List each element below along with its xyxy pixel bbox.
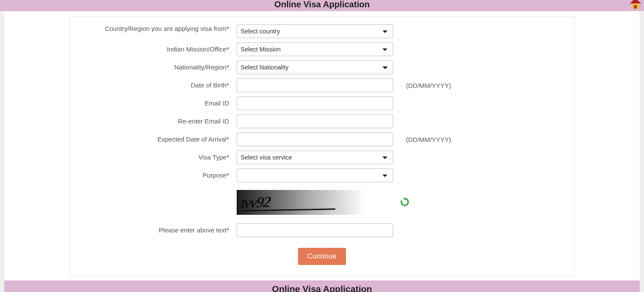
required-mark: * [226,25,229,32]
label-arrival: Expected Date of Arrival* [78,135,237,144]
row-dob: Date of Birth* (DD/MM/YYYY) [78,78,566,92]
row-mission: Indian Mission/Office* Select Mission [78,42,566,56]
required-mark: * [226,135,229,143]
label-country: Country/Region you are applying visa fro… [78,24,237,33]
row-email: Email ID [78,96,566,110]
label-purpose: Purpose* [78,171,237,180]
row-captcha-image: tvv92 [78,190,566,215]
purpose-select[interactable] [237,169,393,182]
captcha-image: tvv92 [237,190,365,215]
mission-select[interactable]: Select Mission [237,42,393,56]
arrival-input[interactable] [237,132,393,146]
refresh-captcha-icon[interactable] [400,197,410,208]
submit-row: Continue [78,248,566,265]
visa-form: Country/Region you are applying visa fro… [69,16,575,276]
row-visatype: Visa Type* Select visa service [78,151,566,164]
reemail-input[interactable] [237,114,393,128]
row-purpose: Purpose* [78,169,566,182]
label-email: Email ID [78,99,237,108]
captcha-text: tvv92 [240,193,271,212]
label-captcha: Please enter above text* [78,226,237,235]
svg-rect-2 [634,5,637,9]
captcha-input[interactable] [237,223,393,237]
dob-hint: (DD/MM/YYYY) [393,82,566,89]
visatype-select[interactable]: Select visa service [237,151,393,164]
country-select[interactable]: Select country [237,24,393,38]
form-card: Country/Region you are applying visa fro… [4,11,640,292]
label-mission: Indian Mission/Office* [78,45,237,54]
svg-marker-0 [630,0,641,3]
nationality-select[interactable]: Select Nationality [237,60,393,74]
row-country: Country/Region you are applying visa fro… [78,24,566,38]
label-dob: Date of Birth* [78,81,237,90]
dob-input[interactable] [237,78,393,92]
required-mark: * [226,226,229,234]
email-input[interactable] [237,96,393,110]
required-mark: * [226,63,229,71]
footer-bar: Online Visa Application [4,280,640,292]
page-title: Online Visa Application [274,0,370,9]
required-mark: * [226,172,229,179]
row-nationality: Nationality/Region* Select Nationality [78,60,566,74]
required-mark: * [226,154,229,161]
label-nationality: Nationality/Region* [78,63,237,72]
home-icon[interactable] [629,0,642,10]
required-mark: * [226,45,229,53]
label-visatype: Visa Type* [78,153,237,162]
header-bar: Online Visa Application [0,0,644,11]
footer-title: Online Visa Application [272,284,372,292]
row-arrival: Expected Date of Arrival* (DD/MM/YYYY) [78,132,566,146]
label-reemail: Re-enter Email ID [78,117,237,126]
continue-button[interactable]: Continue [298,248,346,265]
required-mark: * [226,81,229,89]
row-reemail: Re-enter Email ID [78,114,566,128]
arrival-hint: (DD/MM/YYYY) [393,136,566,143]
row-captcha-input: Please enter above text* [78,223,566,237]
